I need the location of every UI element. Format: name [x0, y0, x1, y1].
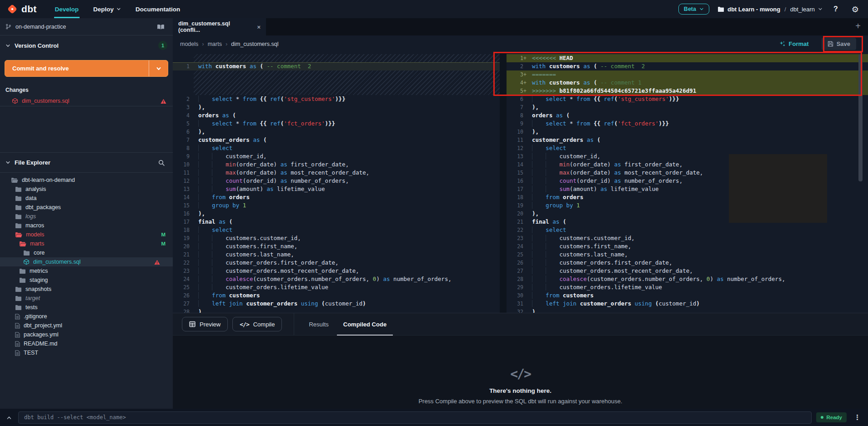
new-tab-button[interactable]: +: [853, 20, 863, 32]
project-selector[interactable]: dbt Learn - mwong / dbt_learn: [717, 6, 823, 13]
commit-and-resolve-button[interactable]: Commit and resolve: [5, 60, 168, 77]
tree-item-packages-yml[interactable]: packages.yml: [0, 330, 173, 339]
help-button[interactable]: ?: [831, 5, 841, 14]
nav-item-deploy[interactable]: Deploy: [86, 0, 128, 18]
tree-item-test[interactable]: TEST: [0, 348, 173, 357]
tree-item-readme-md[interactable]: README.md: [0, 339, 173, 348]
command-input[interactable]: [18, 411, 812, 424]
code-line[interactable]: 23 customer_orders.most_recent_order_dat…: [173, 267, 500, 275]
code-line[interactable]: 3+=======: [507, 70, 868, 79]
code-line[interactable]: 2 select * from {{ ref('stg_customers')}…: [173, 95, 500, 103]
code-line[interactable]: 26 from customers: [173, 291, 500, 300]
tree-item-macros[interactable]: macros: [0, 221, 173, 230]
tab-results[interactable]: Results: [301, 313, 336, 335]
code-line[interactable]: 11customer_orders as (: [507, 136, 868, 144]
tree-item-dbt-learn-on-demand[interactable]: dbt-learn-on-demand: [0, 175, 173, 185]
code-line[interactable]: 8 select: [173, 144, 500, 152]
tree-item-gitignore[interactable]: .gitignore: [0, 312, 173, 321]
code-line[interactable]: 27 customer_orders.most_recent_order_dat…: [507, 267, 868, 275]
code-line[interactable]: 6),: [173, 128, 500, 136]
tree-item-dim-customers-sql[interactable]: dim_customers.sql: [0, 257, 173, 266]
code-line[interactable]: 24 customers.first_name,: [507, 242, 868, 251]
code-line[interactable]: 8orders as (: [507, 111, 868, 120]
scrollbar-thumb[interactable]: [858, 54, 863, 181]
code-line[interactable]: 27 left join customer_orders using (cust…: [173, 300, 500, 308]
code-line[interactable]: 7customer_orders as (: [173, 136, 500, 144]
tab-dim-customers[interactable]: dim_customers.sql (confli... ×: [173, 18, 266, 35]
code-line[interactable]: 22 select: [507, 226, 868, 234]
version-control-header[interactable]: Version Control 1: [0, 35, 173, 55]
code-line[interactable]: 32): [507, 308, 868, 313]
code-line[interactable]: 9 select * from {{ ref('fct_orders')}}: [507, 120, 868, 128]
nav-item-documentation[interactable]: Documentation: [128, 0, 187, 18]
tree-item-staging[interactable]: staging: [0, 276, 173, 285]
code-line[interactable]: 5 select * from {{ ref('fct_orders')}}: [173, 120, 500, 128]
code-line[interactable]: 10),: [507, 128, 868, 136]
breadcrumb-dim-customers-sql[interactable]: dim_customers.sql: [231, 41, 278, 47]
code-line[interactable]: 26 customer_orders.first_order_date,: [507, 259, 868, 267]
commit-button-label[interactable]: Commit and resolve: [5, 60, 149, 76]
code-line[interactable]: 6 select * from {{ ref('stg_customers')}…: [507, 95, 868, 103]
branch-row[interactable]: on-demand-practice: [0, 18, 173, 35]
code-line[interactable]: 29 customer_orders.lifetime_value: [507, 283, 868, 291]
code-line[interactable]: 21 customers.last_name,: [173, 251, 500, 259]
tree-item-core[interactable]: core: [0, 248, 173, 257]
code-line[interactable]: 22 customer_orders.first_order_date,: [173, 259, 500, 267]
code-line[interactable]: 25 customers.last_name,: [507, 251, 868, 259]
code-line[interactable]: 10 min(order_date) as first_order_date,: [173, 160, 500, 169]
tree-item-snapshots[interactable]: snapshots: [0, 285, 173, 294]
save-button[interactable]: Save: [822, 38, 856, 50]
tree-item-marts[interactable]: martsM: [0, 239, 173, 248]
code-line[interactable]: 12 count(order_id) as number_of_orders,: [173, 177, 500, 185]
compile-button[interactable]: </> Compile: [232, 317, 282, 331]
code-line[interactable]: 5+>>>>>>> b81f802a66fd544504c65721e3ffaa…: [507, 87, 868, 95]
code-line[interactable]: 23 customers.customer_id,: [507, 234, 868, 242]
code-line[interactable]: 7),: [507, 103, 868, 111]
code-line[interactable]: 1with customers as ( -- comment 2: [173, 62, 500, 70]
breadcrumb-marts[interactable]: marts: [208, 41, 222, 47]
preview-button[interactable]: Preview: [182, 317, 228, 331]
beta-dropdown[interactable]: Beta: [678, 4, 709, 15]
code-line[interactable]: 14 from orders: [173, 193, 500, 201]
code-line[interactable]: 24 coalesce(customer_orders.number_of_or…: [173, 275, 500, 283]
code-line[interactable]: 25 customer_orders.lifetime_value: [173, 283, 500, 291]
tab-compiled-code[interactable]: Compiled Code: [336, 313, 394, 335]
code-line[interactable]: 28 coalesce(customer_orders.number_of_or…: [507, 275, 868, 283]
changed-file-dim-customers-sql[interactable]: dim_customers.sql: [0, 96, 173, 106]
nav-item-develop[interactable]: Develop: [48, 0, 86, 18]
format-button[interactable]: Format: [776, 40, 812, 48]
search-icon[interactable]: [156, 159, 167, 166]
code-line[interactable]: 11 max(order_date) as most_recent_order_…: [173, 169, 500, 177]
tree-item-models[interactable]: modelsM: [0, 230, 173, 239]
tree-item-analysis[interactable]: analysis: [0, 185, 173, 194]
code-line[interactable]: 9 customer_id,: [173, 152, 500, 160]
code-line[interactable]: 1+<<<<<<< HEAD: [507, 54, 868, 62]
tree-item-dbt-packages[interactable]: dbt_packages: [0, 203, 173, 212]
kebab-menu-icon[interactable]: ⋮: [851, 413, 863, 422]
tree-item-data[interactable]: data: [0, 194, 173, 203]
settings-gear-icon[interactable]: ⚙: [849, 4, 862, 15]
code-line[interactable]: 2with customers as ( -- comment 2: [507, 62, 868, 70]
code-line[interactable]: 12 select: [507, 144, 868, 152]
code-line[interactable]: 17final as (: [173, 218, 500, 226]
commit-dropdown-caret[interactable]: [149, 60, 168, 76]
code-line[interactable]: 3),: [173, 103, 500, 111]
tree-item-target[interactable]: target: [0, 294, 173, 303]
code-line[interactable]: 15 group by 1: [173, 201, 500, 210]
code-line[interactable]: 13 sum(amount) as lifetime_value: [173, 185, 500, 193]
code-line[interactable]: 16),: [173, 210, 500, 218]
editor-pane-current[interactable]: 1with customers as ( -- comment 22 selec…: [173, 52, 500, 313]
tree-item-dbt-project-yml[interactable]: dbt_project.yml: [0, 321, 173, 330]
docs-book-icon[interactable]: [154, 23, 167, 30]
code-line[interactable]: 31 left join customer_orders using (cust…: [507, 300, 868, 308]
code-line[interactable]: 20 customers.first_name,: [173, 242, 500, 251]
code-line[interactable]: 4+with customers as ( -- comment 1: [507, 79, 868, 87]
code-line[interactable]: 4orders as (: [173, 111, 500, 120]
close-icon[interactable]: ×: [257, 24, 261, 30]
chevron-up-icon[interactable]: [5, 414, 14, 421]
code-line[interactable]: 18 select: [173, 226, 500, 234]
tree-item-tests[interactable]: tests: [0, 303, 173, 312]
dbt-logo[interactable]: dbt: [6, 3, 37, 15]
file-explorer-header[interactable]: File Explorer: [0, 153, 173, 173]
tree-item-logs[interactable]: logs: [0, 212, 173, 221]
